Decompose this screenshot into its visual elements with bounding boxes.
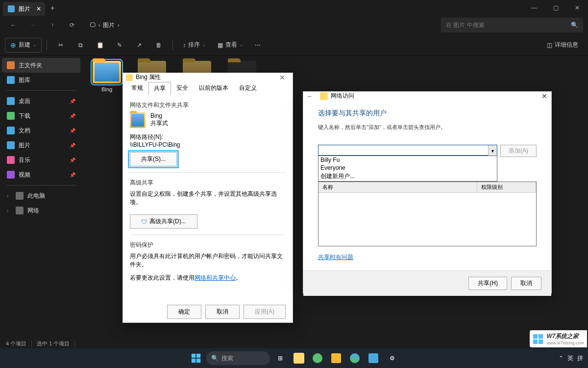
sort-button[interactable]: ↕排序⌄ bbox=[178, 38, 211, 53]
view-button[interactable]: ▦查看⌄ bbox=[213, 38, 248, 53]
taskbar-app[interactable] bbox=[291, 350, 307, 367]
cut-button[interactable]: ✂ bbox=[52, 38, 70, 53]
nav-bar: ← → ↑ ⟳ 🖵 › 图片 › 🔍 bbox=[0, 16, 588, 34]
sidebar-item-thispc[interactable]: ›此电脑 bbox=[2, 188, 80, 203]
breadcrumb-seg[interactable]: 图片 bbox=[101, 21, 116, 29]
pin-icon[interactable]: 📌 bbox=[70, 128, 75, 133]
tab-security[interactable]: 安全 bbox=[171, 81, 194, 95]
sort-label: 排序 bbox=[188, 41, 200, 49]
sidebar-item-network[interactable]: ›网络 bbox=[2, 203, 80, 218]
sidebar-item-downloads[interactable]: 下载📌 bbox=[2, 108, 80, 123]
close-button[interactable]: ✕ bbox=[566, 0, 588, 16]
share-button[interactable]: 共享(H) bbox=[468, 277, 507, 290]
share-button[interactable]: 共享(S)... bbox=[130, 152, 177, 166]
paste-button[interactable]: 📋 bbox=[91, 38, 109, 53]
status-bar: 4 个项目 选中 1 个项目 bbox=[0, 339, 588, 348]
back-button[interactable]: ← bbox=[307, 93, 317, 100]
close-icon[interactable]: ✕ bbox=[541, 92, 547, 100]
delete-button[interactable]: 🗑 bbox=[150, 38, 168, 53]
pin-icon[interactable]: 📌 bbox=[70, 158, 75, 163]
dropdown-button[interactable]: ▼ bbox=[488, 145, 497, 157]
taskbar-app[interactable] bbox=[328, 350, 344, 367]
taskbar-app[interactable] bbox=[346, 350, 363, 367]
sidebar-item-documents[interactable]: 文档📌 bbox=[2, 123, 80, 138]
dropdown-option[interactable]: Everyone bbox=[318, 164, 497, 172]
back-button[interactable]: ← bbox=[5, 18, 22, 32]
user-input[interactable] bbox=[318, 145, 497, 156]
sb-label: 音乐 bbox=[19, 156, 30, 164]
taskbar-app[interactable] bbox=[365, 350, 382, 367]
folder-bing[interactable]: Bing bbox=[90, 61, 123, 92]
shared-users-list[interactable]: 名称 权限级别 bbox=[318, 182, 537, 246]
dialog-title: Bing 属性 bbox=[136, 73, 161, 81]
sb-label: 图库 bbox=[19, 76, 30, 84]
more-button[interactable]: ⋯ bbox=[250, 38, 266, 53]
dialog-titlebar[interactable]: ← 网络访问 ✕ bbox=[303, 92, 551, 100]
sidebar-item-videos[interactable]: 视频📌 bbox=[2, 167, 80, 182]
start-button[interactable] bbox=[188, 350, 204, 367]
chevron-right-icon[interactable]: › bbox=[7, 193, 12, 199]
taskbar-app[interactable]: ⚙ bbox=[384, 350, 400, 367]
advanced-sharing-button[interactable]: 🛡高级共享(D)... bbox=[130, 214, 197, 229]
sidebar-item-desktop[interactable]: 桌面📌 bbox=[2, 94, 80, 108]
minimize-button[interactable]: — bbox=[523, 0, 545, 16]
sidebar-item-pictures[interactable]: 图片📌 bbox=[2, 138, 80, 153]
sb-label: 网络 bbox=[27, 207, 39, 215]
ime-indicator[interactable]: 拼 bbox=[577, 354, 583, 363]
tab-sharing[interactable]: 共享 bbox=[148, 82, 171, 95]
dialog-title: 网络访问 bbox=[331, 92, 354, 100]
task-view-button[interactable]: ⊞ bbox=[272, 350, 289, 367]
search-icon[interactable]: 🔍 bbox=[571, 22, 578, 28]
sidebar-item-music[interactable]: 音乐📌 bbox=[2, 153, 80, 167]
troubleshoot-link[interactable]: 共享时有问题 bbox=[318, 254, 353, 261]
sb-label: 视频 bbox=[19, 171, 30, 179]
downloads-icon bbox=[7, 112, 15, 120]
pin-icon[interactable]: 📌 bbox=[70, 113, 75, 119]
taskbar-app[interactable] bbox=[309, 350, 326, 367]
chevron-up-icon[interactable]: ⌃ bbox=[559, 355, 564, 362]
pin-icon[interactable]: 📌 bbox=[70, 143, 75, 148]
maximize-button[interactable]: ▢ bbox=[545, 0, 566, 16]
refresh-button[interactable]: ⟳ bbox=[64, 18, 80, 32]
dropdown-option[interactable]: 创建新用户... bbox=[318, 172, 497, 181]
breadcrumb[interactable]: 🖵 › 图片 › bbox=[83, 21, 438, 29]
dialog-titlebar[interactable]: Bing 属性 ✕ bbox=[123, 73, 293, 81]
dialog-footer: 确定 取消 应用(A) bbox=[123, 300, 293, 324]
col-permission[interactable]: 权限级别 bbox=[477, 182, 536, 192]
user-combobox[interactable]: ▼ Billy Fu Everyone 创建新用户... bbox=[318, 145, 497, 157]
rename-button[interactable]: ✎ bbox=[111, 38, 128, 53]
search-input[interactable] bbox=[446, 22, 571, 28]
monitor-icon: 🖵 bbox=[88, 22, 97, 28]
chevron-right-icon[interactable]: › bbox=[7, 208, 12, 213]
close-icon[interactable]: ✕ bbox=[275, 74, 290, 81]
separator bbox=[7, 185, 75, 185]
tab-general[interactable]: 常规 bbox=[126, 81, 148, 95]
sidebar-item-home[interactable]: 主文件夹 bbox=[2, 58, 80, 73]
chevron-icon: › bbox=[97, 23, 101, 28]
tab-customize[interactable]: 自定义 bbox=[234, 81, 262, 95]
cancel-button[interactable]: 取消 bbox=[205, 305, 240, 319]
new-tab-button[interactable]: + bbox=[45, 4, 60, 12]
pin-icon[interactable]: 📌 bbox=[70, 99, 75, 104]
forward-button[interactable]: → bbox=[24, 18, 41, 32]
network-sharing-center-link[interactable]: 网络和共享中心 bbox=[195, 274, 236, 281]
up-button[interactable]: ↑ bbox=[44, 18, 61, 32]
window-tab[interactable]: 图片 ✕ bbox=[3, 2, 45, 16]
pin-icon[interactable]: 📌 bbox=[70, 172, 75, 178]
ok-button[interactable]: 确定 bbox=[167, 305, 201, 319]
add-button[interactable]: 添加(A) bbox=[500, 145, 537, 157]
new-button[interactable]: ⊕新建⌄ bbox=[5, 38, 42, 53]
tab-previous-versions[interactable]: 以前的版本 bbox=[194, 81, 234, 95]
search-box[interactable]: 🔍 bbox=[441, 18, 583, 32]
apply-button[interactable]: 应用(A) bbox=[244, 305, 286, 319]
close-tab-icon[interactable]: ✕ bbox=[36, 5, 41, 12]
cancel-button[interactable]: 取消 bbox=[511, 277, 541, 290]
ime-indicator[interactable]: 英 bbox=[567, 354, 573, 363]
share-button[interactable]: ↗ bbox=[130, 38, 148, 53]
details-pane-button[interactable]: ◫详细信息 bbox=[542, 38, 583, 53]
sidebar-item-gallery[interactable]: 图库 bbox=[2, 73, 80, 87]
copy-button[interactable]: ⧉ bbox=[72, 38, 89, 53]
taskbar-search[interactable]: 🔍搜索 bbox=[206, 351, 270, 365]
dropdown-option[interactable]: Billy Fu bbox=[318, 156, 497, 164]
col-name[interactable]: 名称 bbox=[318, 182, 477, 192]
